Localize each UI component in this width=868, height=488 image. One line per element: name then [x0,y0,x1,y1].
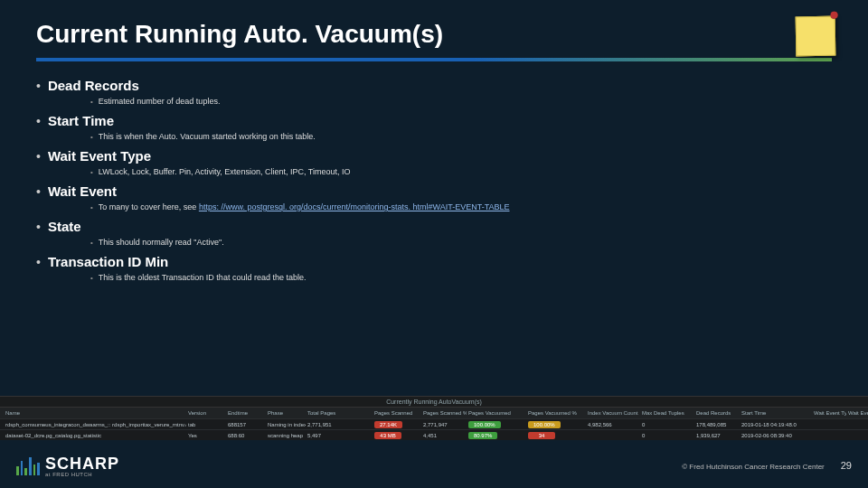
bullet-dead-records: •Dead Records [36,78,832,93]
cell-phase: Naming in indexes [268,422,306,427]
col-pages-scanned-pct: Pages Scanned % [423,410,467,416]
sub-dot-icon: • [90,274,93,282]
col-wait-event-type: Wait Event Type [814,410,846,416]
cell-pages-vacuumed: 80.97% [468,432,526,439]
dashboard-header-row: Name Version Endtime Phase Total Pages P… [0,408,868,418]
bullet-wait-event-type: •Wait Event Type [36,148,832,164]
pill-red: 27.14K [374,421,402,428]
sub-text: This should normally read "Active". [99,238,224,247]
cell-pages-vacuumed: 100.00% [468,421,526,428]
sub-text: To many to cover here, see [99,202,199,211]
cell-total-pages: 2,771,951 [307,422,373,427]
cell-max-dead: 0 [642,433,694,438]
brand-name: SCHARP [45,455,119,474]
col-pages-vacuumed: Pages Vacuumed [468,410,526,416]
cell-endtime: 688:60 [228,433,266,438]
bullet-dot-icon: • [36,114,41,128]
sub-dot-icon: • [90,168,93,176]
slide: Current Running Auto. Vacuum(s) •Dead Re… [0,0,868,488]
col-pages-vacuumed-pct: Pages Vacuumed % [528,410,586,416]
col-total-pages: Total Pages [307,410,373,416]
cell-name: dataset-02_dcre.pg_catalog.pg_statistic [5,433,186,438]
page-number: 29 [841,460,852,471]
sub-dot-icon: • [90,98,93,106]
bullet-dot-icon: • [36,255,41,269]
bullet-start-time: •Start Time [36,113,832,128]
footer: SCHARP at FRED HUTCH © Fred Hutchinson C… [0,448,868,488]
bullet-sub: •LWLock, Lock, Buffer. Pin, Activity, Ex… [90,167,832,176]
cell-version: tab [188,422,226,427]
pill-red: 43 MB [374,432,401,439]
table-row: dataset-02_dcre.pg_catalog.pg_statistic … [0,429,868,440]
cell-endtime: 688157 [228,422,266,427]
sub-text: This is the oldest Transaction ID that c… [99,273,307,282]
title-area: Current Running Auto. Vacuum(s) [0,0,868,61]
pill-green: 80.97% [468,432,497,439]
bullet-label: State [48,219,81,234]
cell-pages-vacuumed-pct: 100.00% [528,421,586,428]
pill-green: 100.00% [468,421,501,428]
cell-total-pages: 5,497 [307,433,373,438]
cell-pages-scanned: 43 MB [374,432,421,439]
bullet-state: •State [36,219,832,234]
sticky-note-icon [796,16,836,57]
cell-start-time: 2019-01-18 04:19:48.0 [741,422,812,427]
bullet-sub: •This is when the Auto. Vacuum started w… [90,132,832,141]
cell-pages-scanned-pct: 2,771,947 [423,422,467,427]
cell-phase: scanning heap [268,433,306,438]
copyright: © Fred Hutchinson Cancer Research Center [682,463,825,471]
bullet-dot-icon: • [36,79,41,93]
cell-start-time: 2019-02-06 08:39:40 [741,433,812,438]
bullet-label: Wait Event Type [48,148,151,164]
cell-dead-records: 178,489,085 [696,422,740,427]
cell-dead-records: 1,939,627 [696,433,740,438]
bullet-label: Transaction ID Min [48,254,168,269]
col-max-dead: Max Dead Tuples [642,410,694,416]
col-version: Version [188,410,226,416]
brand-logo: SCHARP at FRED HUTCH [16,455,119,477]
sub-text: LWLock, Lock, Buffer. Pin, Activity, Ext… [99,167,351,176]
col-endtime: Endtime [228,410,266,416]
bullet-label: Dead Records [48,78,139,93]
bullet-dot-icon: • [36,149,41,164]
bullet-sub: •This should normally read "Active". [90,238,832,247]
sub-dot-icon: • [90,133,93,141]
footer-right: © Fred Hutchinson Cancer Research Center… [682,460,852,471]
col-name: Name [5,410,186,416]
bullet-label: Start Time [48,113,114,128]
sub-dot-icon: • [90,239,93,247]
col-phase: Phase [268,410,306,416]
table-row: rdsph_comsumeus_integracon_dwaarms_:: rd… [0,418,868,429]
bullet-sub: •To many to cover here, see https: //www… [90,202,832,211]
col-wait-event: Wait Event [848,410,868,416]
dashboard-title: Currently Running AutoVacuum(s) [0,396,868,408]
bullet-dot-icon: • [36,184,41,199]
sub-text: Estimated number of dead tuples. [99,97,221,106]
page-title: Current Running Auto. Vacuum(s) [36,20,832,49]
sub-dot-icon: • [90,203,93,211]
col-start-time: Start Time [741,410,812,416]
cell-index-vacuum: 4,982,566 [588,422,640,427]
bullet-txid-min: •Transaction ID Min [36,254,832,269]
pill-red: 34 [528,432,555,439]
col-dead-records: Dead Records [696,410,740,416]
bullet-sub: •This is the oldest Transaction ID that … [90,273,832,282]
bullet-dot-icon: • [36,220,41,234]
col-index-vacuum: Index Vacuum Count [588,410,640,416]
docs-link[interactable]: https: //www. postgresql. org/docs/curre… [199,202,510,211]
content: •Dead Records •Estimated number of dead … [0,61,868,282]
bullet-wait-event: •Wait Event [36,183,832,199]
col-pages-scanned: Pages Scanned [374,410,421,416]
bullet-sub: •Estimated number of dead tuples. [90,97,832,106]
cell-version: Yes [188,433,226,438]
logo-bars-icon [16,455,40,475]
pill-yellow: 100.00% [528,421,561,428]
sub-text: This is when the Auto. Vacuum started wo… [99,132,316,141]
cell-pages-scanned-pct: 4,451 [423,433,467,438]
cell-pages-scanned: 27.14K [374,421,421,428]
bullet-label: Wait Event [48,183,117,199]
cell-pages-vacuumed-pct: 34 [528,432,586,439]
cell-name: rdsph_comsumeus_integracon_dwaarms_:: rd… [5,422,186,427]
cell-max-dead: 0 [642,422,694,427]
